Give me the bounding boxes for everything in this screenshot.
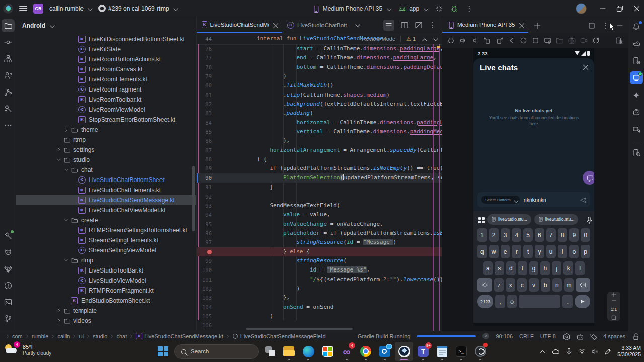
key-h[interactable]: h — [540, 261, 550, 275]
window-close-button[interactable] — [633, 5, 641, 13]
hide-panel-button[interactable] — [616, 22, 623, 29]
tree-item[interactable]: KLiveStudioChatSendMessage.kt — [16, 195, 196, 205]
key-p[interactable]: p — [581, 245, 590, 258]
key-u[interactable]: u — [546, 245, 556, 258]
code-line-95[interactable]: 95 onValueChange = onValueChange, — [197, 220, 442, 229]
code-line-102[interactable]: 102 ) — [197, 284, 442, 293]
search-input[interactable]: Search — [174, 344, 259, 359]
breadcrumb-item[interactable]: ui — [72, 333, 84, 339]
project-view-selector[interactable]: Android — [16, 17, 196, 34]
tree-item[interactable]: studio — [16, 155, 196, 165]
suggestion-chip[interactable]: liveStudio.stu... — [534, 214, 579, 225]
tree-item[interactable]: KLiveKitDisconnectedBottomSheet.kt — [16, 34, 196, 44]
home-button[interactable] — [520, 37, 527, 44]
code-line-101[interactable]: 101 "/${(selectedPlatform ?:"").lowercas… — [197, 275, 442, 284]
code-line-86[interactable]: 86 ), — [197, 136, 442, 145]
debug-button[interactable] — [450, 5, 458, 13]
tab-livestudiochatbottomsheet[interactable]: C LiveStudioChatBott — [282, 17, 352, 33]
key-9[interactable]: 9 — [569, 228, 579, 242]
window-restore-button[interactable] — [616, 5, 624, 13]
zoom-level[interactable]: 1:1 — [607, 304, 620, 315]
send-key[interactable] — [575, 295, 590, 308]
taskbar-app-file-explorer[interactable] — [280, 342, 298, 361]
start-button[interactable] — [154, 342, 172, 361]
code-line-76[interactable]: 76 start = CallinTheme.dimensions.paddin… — [197, 44, 442, 53]
key-j[interactable]: j — [552, 261, 561, 275]
rotate-left-button[interactable] — [484, 37, 491, 44]
previous-problem-button[interactable] — [421, 36, 427, 42]
key-k[interactable]: k — [564, 261, 573, 275]
file-lock-icon[interactable] — [632, 333, 639, 340]
tree-item[interactable]: CLiveStudioChatBottomSheet — [16, 175, 196, 185]
code-line-93[interactable]: 93 SendMessageTextField( — [197, 201, 442, 210]
reboot-button[interactable] — [592, 37, 600, 44]
error-stripe-warning-mark[interactable] — [437, 46, 440, 48]
tool-assistant[interactable] — [630, 123, 643, 136]
tool-app-quality-insights[interactable] — [630, 106, 643, 119]
taskbar-app-edge[interactable] — [299, 342, 317, 361]
tree-item[interactable]: KStreamSettingElements.kt — [16, 235, 196, 245]
main-menu-icon[interactable] — [19, 6, 27, 11]
code-line-105[interactable]: 105 ) — [197, 312, 442, 321]
code-line-77[interactable]: 77 end = CallinTheme.dimensions.paddingL… — [197, 53, 442, 62]
key-,[interactable]: , — [495, 295, 505, 308]
key-r[interactable]: r — [512, 245, 521, 258]
tool-build[interactable] — [2, 229, 15, 242]
tool-problems[interactable] — [2, 279, 15, 292]
code-line-80[interactable]: 80 .fillMaxWidth() — [197, 81, 442, 90]
rotate-right-button[interactable] — [496, 37, 503, 44]
breadcrumb-item[interactable]: rumble — [25, 333, 49, 339]
tree-item[interactable]: KLiveRoomCanvas.kt — [16, 64, 196, 74]
key-t[interactable]: t — [523, 245, 533, 258]
code-line-104[interactable]: 104 onSend = onSend — [197, 303, 442, 312]
key-d[interactable]: d — [506, 261, 516, 275]
key-5[interactable]: 5 — [523, 228, 533, 242]
key-y[interactable]: y — [535, 245, 544, 258]
error-stripe[interactable] — [439, 44, 440, 331]
tool-commit[interactable] — [2, 36, 15, 49]
cancel-build-button[interactable]: ✕ — [482, 333, 489, 339]
next-problem-button[interactable] — [432, 36, 438, 42]
key-.[interactable]: . — [562, 295, 573, 308]
tree-item[interactable]: rtmp — [16, 135, 196, 145]
code-line-97[interactable]: 97 stringResource(id = "Message") — [197, 238, 442, 247]
power-button[interactable] — [447, 37, 455, 44]
tool-pull-requests[interactable] — [2, 69, 15, 82]
project-selector[interactable]: callin-rumble — [49, 5, 92, 12]
split-editor-button[interactable] — [400, 21, 409, 29]
space-key[interactable] — [519, 295, 560, 308]
screenshot-button[interactable] — [568, 37, 576, 44]
key-m[interactable]: m — [564, 278, 574, 292]
volume-down-button[interactable] — [471, 37, 479, 44]
key-n[interactable]: n — [552, 278, 562, 292]
tray-wifi-icon[interactable] — [578, 348, 586, 355]
tree-item[interactable]: KEndStudioBottomSheet.kt — [16, 296, 196, 306]
select-platform-chip[interactable]: Select Platform — [481, 196, 520, 204]
code-line-89[interactable]: 89 if (updatedPlatformStreamItems.isNotE… — [197, 164, 442, 173]
key-8[interactable]: 8 — [558, 228, 568, 242]
tab-livestudiochatsendmessage[interactable]: K LiveStudioChatSendMessage.kt — [197, 17, 282, 33]
tree-item[interactable]: videos — [16, 316, 196, 326]
keyboard-grid-icon[interactable] — [477, 216, 484, 223]
key-g[interactable]: g — [529, 261, 539, 275]
tree-item[interactable]: KLiveStudioToolBar.kt — [16, 265, 196, 276]
robot-widget-icon[interactable] — [576, 333, 583, 340]
key-e[interactable]: e — [501, 245, 510, 258]
code-line-84[interactable]: 84 horizontal = CallinTheme.dimensions.p… — [197, 118, 442, 127]
tree-item[interactable]: KStopStreamErrorBottomSheet.kt — [16, 115, 196, 125]
key-1[interactable]: 1 — [477, 228, 487, 242]
tray-microphone-icon[interactable] — [565, 348, 573, 355]
zoom-fit-button[interactable] — [611, 315, 617, 321]
tree-item[interactable]: create — [16, 215, 196, 225]
code-line-81[interactable]: 81 .clip(CallinTheme.shapes.medium) — [197, 90, 442, 100]
tree-item[interactable]: KLiveRoomToolbar.kt — [16, 95, 196, 105]
add-device-tab-button[interactable] — [533, 22, 540, 28]
key-l[interactable]: l — [575, 261, 585, 275]
key-c[interactable]: c — [517, 278, 527, 292]
run-configuration-selector[interactable]: app — [398, 5, 428, 13]
voice-input-icon[interactable] — [585, 216, 592, 223]
code-line-82[interactable]: 82 .background(TextFieldDefaultsInternal… — [197, 100, 442, 109]
code-line-99[interactable]: 99 stringResource( — [197, 256, 442, 265]
weather-widget[interactable]: 4 85°F Partly cloudy — [4, 343, 51, 357]
code-line-91[interactable]: 91 } — [197, 183, 442, 192]
